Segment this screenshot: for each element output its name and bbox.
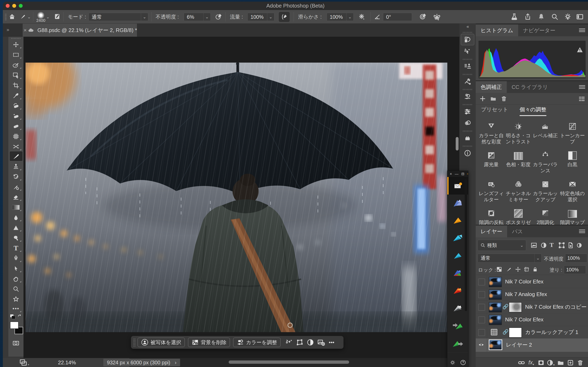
layer-row-nik7-analog-efex[interactable]: Nik 7 Analog Efex xyxy=(476,288,588,301)
taskbar-drag-handle[interactable] xyxy=(134,338,136,346)
layer-name[interactable]: Nik 7 Color Efex xyxy=(505,313,544,326)
adjustment-shuffle-tool[interactable] xyxy=(9,142,22,151)
nik-scrollbar[interactable] xyxy=(465,179,467,311)
nik-gear-icon[interactable] xyxy=(450,359,456,366)
layer-thumbnail[interactable] xyxy=(489,302,502,312)
search-icon[interactable] xyxy=(551,13,559,21)
filter-shape-layers-icon[interactable] xyxy=(558,242,565,249)
panel-menu-icon[interactable] xyxy=(579,229,585,234)
zoom-tool[interactable] xyxy=(9,284,22,294)
photo-document[interactable] xyxy=(26,63,447,332)
layer-blend-mode-select[interactable]: 通常 ⌄ xyxy=(477,254,542,263)
share-icon[interactable] xyxy=(524,13,532,21)
filter-more-icon[interactable] xyxy=(577,242,584,249)
filter-smart-objects-icon[interactable] xyxy=(567,242,574,249)
visibility-toggle-off[interactable] xyxy=(478,317,485,323)
clone-source-panel-icon[interactable] xyxy=(461,61,474,72)
toggle-brush-panel-icon[interactable] xyxy=(54,13,61,20)
adj-hue-saturation[interactable]: 色相・彩度 xyxy=(505,150,532,174)
adj-channel-mixer[interactable]: チャンネルミキサー xyxy=(505,179,532,203)
smoothing-select[interactable]: 100% ⌄ xyxy=(327,13,354,21)
dodge-tool[interactable] xyxy=(9,233,22,243)
adj-black-white[interactable]: 白黒 xyxy=(559,150,586,174)
crop-tool[interactable] xyxy=(9,81,22,90)
new-group-icon[interactable] xyxy=(556,359,566,367)
nik-close-icon[interactable]: × xyxy=(450,172,452,176)
paint-symmetry-butterfly-icon[interactable] xyxy=(433,13,441,21)
brush-tool-selected[interactable] xyxy=(9,151,23,161)
add-adjustment-icon[interactable] xyxy=(479,95,486,102)
type-tool[interactable]: T xyxy=(9,243,22,253)
layer-mask-thumbnail[interactable] xyxy=(509,327,522,338)
healing-brush-tool[interactable] xyxy=(9,121,22,131)
layer-thumbnail[interactable] xyxy=(489,315,502,325)
lock-position-icon[interactable] xyxy=(515,266,521,272)
layer-opacity-select[interactable]: 100% xyxy=(565,254,587,263)
brush-tip-preview[interactable] xyxy=(37,12,44,19)
select-subject-button[interactable]: 被写体を選択 xyxy=(138,338,185,347)
edit-toolbar-dots[interactable]: ••• xyxy=(9,304,22,313)
hand-tool[interactable] xyxy=(9,274,22,284)
layer-name[interactable]: Nik 7 Color Efex xyxy=(505,275,544,288)
layer-mask-thumbnail[interactable] xyxy=(509,302,522,312)
mask-link-icon[interactable]: 🔗 xyxy=(502,304,509,309)
adj-photo-filter[interactable]: レンズフィルター xyxy=(478,179,505,203)
zoom-level[interactable]: 22.14% xyxy=(58,358,76,367)
discover-lightbulb-icon[interactable] xyxy=(564,13,572,21)
adj-exposure[interactable]: 露光量 xyxy=(478,150,505,174)
blend-mode-select[interactable]: 通常 ⌄ xyxy=(89,13,148,21)
tab-cc-libraries[interactable]: CC ライブラリ xyxy=(507,81,553,93)
document-size-readout[interactable]: 9324 px x 6000 px (300 ppi) › xyxy=(103,359,180,366)
workspace-icon[interactable] xyxy=(576,13,584,21)
history-brush-tool[interactable] xyxy=(9,172,22,182)
delete-trash-icon[interactable] xyxy=(501,95,507,102)
layer-row-nik7-color-efex-top[interactable]: Nik 7 Color Efex xyxy=(476,275,588,288)
subtab-individual-adjustments[interactable]: 個々の調整 xyxy=(520,106,546,116)
tab-layers[interactable]: レイヤー xyxy=(476,225,507,237)
angle-input[interactable]: 0° xyxy=(383,13,412,21)
nik-help-icon[interactable] xyxy=(460,359,466,366)
panel-menu-icon[interactable] xyxy=(579,84,585,90)
airbrush-toggle-icon[interactable] xyxy=(279,12,290,22)
gradient-tool[interactable] xyxy=(9,202,22,212)
layer-filter-select[interactable]: 種類 ⌄ xyxy=(477,240,526,251)
brush-tip-chevron[interactable]: ⌄ xyxy=(46,15,50,19)
marquee-tool[interactable] xyxy=(9,50,22,60)
opacity-select[interactable]: 6% ⌄ xyxy=(184,13,211,21)
adj-levels[interactable]: レベル補正 xyxy=(532,121,559,145)
pen-tool[interactable] xyxy=(9,253,22,263)
delete-layer-trash-icon[interactable] xyxy=(575,359,585,367)
tab-paths[interactable]: パス xyxy=(507,225,528,237)
notifications-bell-icon[interactable] xyxy=(537,13,545,21)
color-panel-icon[interactable] xyxy=(461,117,474,128)
lock-all-icon[interactable] xyxy=(532,266,538,272)
layer-name[interactable]: Nik 7 Analog Efex xyxy=(505,288,547,300)
layer-name[interactable]: Nik 7 Color Efex のコピー xyxy=(525,300,587,313)
shape-triangle-tool[interactable] xyxy=(9,223,22,233)
layer-effects-fx-icon[interactable]: fx▾ xyxy=(526,359,536,367)
tool-presets-panel-icon[interactable] xyxy=(461,76,474,87)
cached-data-warning-icon[interactable] xyxy=(576,47,583,54)
adj-selective-color[interactable]: 特定色域の選択 xyxy=(559,179,586,203)
layer-thumbnail[interactable] xyxy=(489,290,502,300)
remove-background-button[interactable]: 背景を削除 xyxy=(188,338,230,347)
add-layer-mask-icon[interactable] xyxy=(536,359,546,367)
history-panel-icon[interactable] xyxy=(461,34,474,45)
smoothing-options-gear-icon[interactable] xyxy=(358,13,365,20)
adjustment-halfcircle-icon[interactable] xyxy=(305,338,316,347)
close-document-icon[interactable]: × xyxy=(23,27,27,33)
new-layer-icon[interactable] xyxy=(566,359,575,367)
layer-row-nik7-color-efex-copy[interactable]: 🔗 Nik 7 Color Efex のコピー xyxy=(476,300,588,313)
filter-pixel-layers-icon[interactable] xyxy=(530,242,537,249)
beta-beaker-icon[interactable] xyxy=(510,13,518,21)
subtab-presets[interactable]: プリセット xyxy=(481,106,508,116)
fill-select[interactable]: 100% xyxy=(564,266,586,274)
layer-name[interactable]: カラールックアップ 1 xyxy=(525,326,579,338)
nik-sharpener-raw-item[interactable] xyxy=(447,317,468,335)
new-group-folder-icon[interactable] xyxy=(490,95,497,102)
new-adjustment-layer-icon[interactable]: ▾ xyxy=(546,359,556,367)
generative-sparkle-icon[interactable] xyxy=(284,338,294,347)
panels-collapse-chevron[interactable]: « xyxy=(459,24,476,30)
toolbar-grip[interactable] xyxy=(11,38,21,39)
lock-transparency-icon[interactable] xyxy=(496,266,502,272)
